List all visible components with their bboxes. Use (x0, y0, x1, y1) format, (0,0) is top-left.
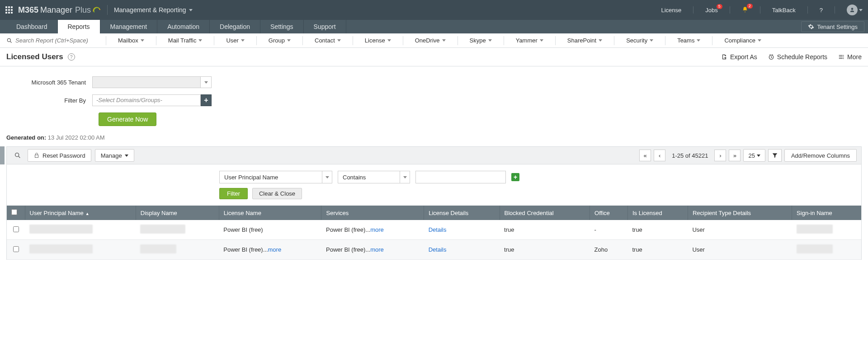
subnav-sharepoint[interactable]: SharePoint (565, 37, 605, 44)
details-link[interactable]: Details (429, 226, 447, 233)
pager-first-button[interactable]: « (639, 150, 651, 161)
tab-management[interactable]: Management (100, 20, 158, 33)
license-link[interactable]: License (661, 7, 681, 14)
subnav-security[interactable]: Security (623, 37, 656, 44)
divider (693, 6, 693, 14)
col-office[interactable]: Office (590, 206, 628, 220)
select-all-checkbox[interactable] (11, 209, 17, 215)
user-menu[interactable] (847, 5, 863, 15)
table-row[interactable]: Power BI (free)...more Power BI (free)..… (7, 240, 861, 260)
filter-by-label: Filter By (6, 97, 92, 104)
tab-delegation[interactable]: Delegation (210, 20, 260, 33)
report-search[interactable] (6, 37, 97, 44)
pager-last-button[interactable]: » (729, 150, 741, 161)
notifications-button[interactable]: 2 (742, 6, 748, 14)
chevron-down-icon (287, 39, 291, 42)
subnav-mail-traffic[interactable]: Mail Traffic (165, 37, 205, 44)
cell-services: Power BI (free)...more (321, 240, 424, 260)
export-as-button[interactable]: Export As (721, 53, 757, 61)
tenant-select-value[interactable] (92, 76, 201, 88)
more-button[interactable]: More (838, 53, 862, 61)
cell-license-name: Power BI (free)...more (219, 240, 321, 260)
subnav-contact[interactable]: Contact (312, 37, 344, 44)
tab-automation[interactable]: Automation (157, 20, 210, 33)
clear-filter-button[interactable]: Clear & Close (252, 188, 302, 199)
jobs-link[interactable]: Jobs 5 (705, 7, 717, 14)
col-signin-name[interactable]: Sign-in Name (792, 206, 861, 220)
page-title: Licensed Users (6, 52, 63, 61)
filter-by-row: Filter By -Select Domains/Groups- + (6, 94, 862, 106)
col-blocked[interactable]: Blocked Credential (500, 206, 590, 220)
tab-reports[interactable]: Reports (58, 20, 100, 33)
subnav-user[interactable]: User (223, 37, 247, 44)
divider (807, 6, 808, 14)
subnav-license[interactable]: License (362, 37, 394, 44)
side-grip-handle[interactable] (0, 146, 5, 164)
table-header-row: User Principal Name▲ Display Name Licens… (7, 206, 861, 220)
services-more-link[interactable]: more (370, 246, 384, 253)
talkback-link[interactable]: TalkBack (772, 7, 796, 14)
filter-value-input[interactable] (415, 171, 506, 183)
apply-filter-button[interactable]: Filter (219, 188, 248, 199)
details-link[interactable]: Details (429, 246, 447, 253)
module-dropdown[interactable]: Management & Reporting (114, 6, 193, 14)
export-as-label: Export As (730, 53, 757, 61)
col-license-details[interactable]: License Details (424, 206, 500, 220)
generate-now-button[interactable]: Generate Now (99, 112, 156, 126)
services-more-link[interactable]: more (370, 226, 384, 233)
help-icon[interactable]: ? (68, 53, 75, 61)
col-display-name[interactable]: Display Name (136, 206, 219, 220)
help-link[interactable]: ? (820, 7, 823, 14)
subnav-yammer[interactable]: Yammer (513, 37, 546, 44)
col-services[interactable]: Services (321, 206, 424, 220)
subnav-group[interactable]: Group (266, 37, 293, 44)
col-license-name[interactable]: License Name (219, 206, 321, 220)
pager-prev-button[interactable]: ‹ (654, 150, 665, 161)
lock-icon (33, 152, 40, 159)
reset-password-button[interactable]: Reset Password (28, 149, 91, 162)
tab-support[interactable]: Support (304, 20, 346, 33)
page-size-dropdown[interactable]: 25 (743, 149, 765, 162)
more-icon (838, 54, 844, 60)
add-remove-columns-button[interactable]: Add/Remove Columns (784, 149, 857, 162)
clock-icon (768, 54, 774, 60)
row-checkbox[interactable] (13, 246, 19, 252)
row-checkbox[interactable] (13, 226, 19, 232)
col-is-licensed[interactable]: Is Licensed (627, 206, 688, 220)
filter-operator-select[interactable]: Contains (338, 171, 410, 183)
subnav-mailbox[interactable]: Mailbox (115, 37, 147, 44)
chevron-down-icon (697, 39, 700, 42)
filter-toggle-button[interactable] (768, 149, 782, 162)
add-filter-button[interactable]: + (201, 94, 212, 106)
subnav-onedrive[interactable]: OneDrive (412, 37, 448, 44)
subnav-teams[interactable]: Teams (675, 37, 703, 44)
table-row[interactable]: Power BI (free) Power BI (free)...more D… (7, 220, 861, 240)
search-input[interactable] (15, 37, 97, 44)
tab-settings[interactable]: Settings (260, 20, 304, 33)
filter-field-select[interactable]: User Principal Name (219, 171, 332, 183)
divider (106, 36, 106, 45)
cell-is-licensed: true (627, 220, 688, 240)
svg-rect-4 (839, 56, 843, 57)
tab-dashboard[interactable]: Dashboard (6, 20, 58, 33)
col-recipient-type[interactable]: Recipient Type Details (688, 206, 792, 220)
filter-by-select[interactable]: -Select Domains/Groups- (92, 94, 201, 106)
subnav-skype[interactable]: Skype (467, 37, 495, 44)
col-upn[interactable]: User Principal Name▲ (25, 206, 136, 220)
chevron-down-icon (488, 39, 492, 42)
apps-grid-icon[interactable] (5, 6, 13, 14)
select-all-header[interactable] (7, 206, 25, 220)
manage-dropdown[interactable]: Manage (95, 149, 134, 162)
sort-asc-icon: ▲ (85, 211, 90, 216)
tenant-select-chevron[interactable] (201, 76, 212, 88)
gear-icon (808, 23, 814, 30)
chevron-down-icon (204, 81, 208, 84)
tenant-settings-button[interactable]: Tenant Settings (801, 21, 864, 32)
more-label: More (847, 53, 862, 61)
advanced-search-button[interactable] (11, 149, 24, 162)
license-more-link[interactable]: more (268, 246, 282, 253)
add-condition-button[interactable]: + (511, 173, 519, 181)
pager-next-button[interactable]: › (714, 150, 726, 161)
subnav-compliance[interactable]: Compliance (722, 37, 764, 44)
schedule-reports-button[interactable]: Schedule Reports (768, 53, 827, 61)
